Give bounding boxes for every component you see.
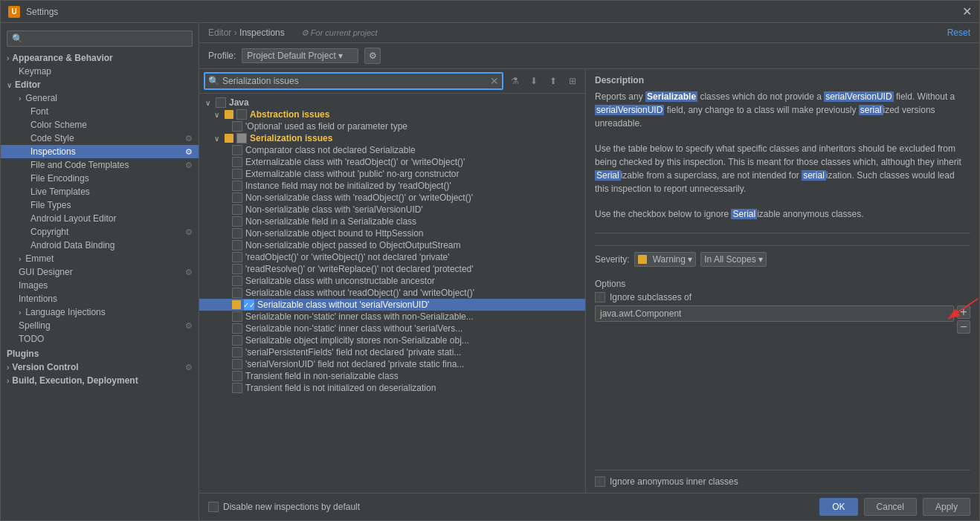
tree-checkbox[interactable]	[232, 323, 242, 334]
tree-checkbox[interactable]	[232, 169, 242, 179]
tree-checkbox[interactable]	[232, 228, 242, 239]
sidebar-item-font[interactable]: Font	[1, 105, 199, 118]
project-badge: ⚙ For current project	[301, 28, 378, 38]
sidebar-item-editor[interactable]: ∨ Editor	[1, 78, 199, 91]
sidebar-item-code-style[interactable]: Code Style ⚙	[1, 132, 199, 145]
collapse-all-button[interactable]: ⬆	[545, 73, 561, 89]
tree-row-selected[interactable]: ✓ Serializable class without 'serialVers…	[199, 299, 585, 311]
tree-row[interactable]: Transient field in non-serializable clas…	[199, 370, 585, 382]
tree-row[interactable]: 'serialVersionUID' field not declared 'p…	[199, 358, 585, 370]
clear-search-button[interactable]: ✕	[490, 75, 499, 87]
tree-checkbox[interactable]	[216, 97, 226, 108]
tree-row[interactable]: Serializable non-'static' inner class wi…	[199, 311, 585, 323]
tree-checkbox[interactable]	[236, 133, 247, 143]
tree-checkbox[interactable]	[232, 157, 242, 167]
sidebar-item-general[interactable]: › General	[1, 91, 199, 105]
ok-button[interactable]: OK	[819, 498, 857, 516]
tree-row[interactable]: Transient field is not initialized on de…	[199, 382, 585, 394]
tree-checkbox[interactable]	[232, 204, 242, 215]
apply-button[interactable]: Apply	[923, 498, 970, 516]
tree-checkbox[interactable]	[232, 181, 242, 191]
tree-row[interactable]: Serializable class without 'readObject()…	[199, 287, 585, 299]
sidebar-item-spelling[interactable]: Spelling ⚙	[1, 319, 199, 332]
expand-all-button[interactable]: ⬇	[526, 73, 542, 89]
sidebar-item-gui-designer[interactable]: GUI Designer ⚙	[1, 265, 199, 279]
warning-dot	[638, 255, 647, 264]
tree-checkbox[interactable]	[232, 359, 242, 369]
sidebar-item-keymap[interactable]: Keymap	[1, 65, 199, 78]
sidebar-item-file-types[interactable]: File Types	[1, 198, 199, 212]
tree-checkbox[interactable]	[232, 264, 242, 274]
tree-row[interactable]: Non-serializable object passed to Object…	[199, 239, 585, 251]
tree-row[interactable]: Serializable class with unconstructable …	[199, 275, 585, 287]
filter-button[interactable]: ⚗	[506, 73, 523, 89]
tree-row[interactable]: ∨ Serialization issues	[199, 132, 585, 144]
profile-gear-button[interactable]: ⚙	[364, 48, 381, 64]
export-button[interactable]: ⊞	[564, 73, 581, 89]
tree-row[interactable]: ∨ Abstraction issues	[199, 109, 585, 120]
tree-checkbox-checked[interactable]: ✓	[244, 300, 254, 310]
tree-checkbox[interactable]	[236, 109, 247, 120]
tree-checkbox[interactable]	[232, 288, 242, 298]
sidebar-item-build[interactable]: › Build, Execution, Deployment	[1, 374, 199, 387]
sidebar-item-android-data[interactable]: Android Data Binding	[1, 239, 199, 252]
sidebar-item-file-encodings[interactable]: File Encodings	[1, 172, 199, 185]
sidebar-item-color-scheme[interactable]: Color Scheme	[1, 118, 199, 132]
tree-checkbox[interactable]	[232, 240, 242, 250]
tree-checkbox[interactable]	[232, 192, 242, 203]
tree-row[interactable]: 'readObject()' or 'writeObject()' not de…	[199, 251, 585, 263]
tree-checkbox[interactable]	[232, 311, 242, 322]
tree-checkbox[interactable]	[232, 383, 242, 393]
tree-checkbox[interactable]	[232, 216, 242, 227]
sidebar-item-inspections[interactable]: Inspections ⚙	[1, 145, 199, 158]
tree-row[interactable]: Non-serializable object bound to HttpSes…	[199, 227, 585, 239]
tree-checkbox[interactable]	[232, 371, 242, 381]
sidebar-item-copyright[interactable]: Copyright ⚙	[1, 225, 199, 239]
sidebar-item-todo[interactable]: TODO	[1, 332, 199, 346]
tree-row[interactable]: ∨ Java	[199, 97, 585, 109]
disable-inspections-checkbox[interactable]	[208, 502, 219, 512]
tree-row[interactable]: Externalizable class without 'public' no…	[199, 168, 585, 180]
tree-row[interactable]: 'serialPersistentFields' field not decla…	[199, 346, 585, 358]
tree-checkbox[interactable]	[232, 347, 242, 357]
sidebar-label: Font	[30, 106, 48, 117]
tree-row[interactable]: Non-serializable field in a Serializable…	[199, 216, 585, 227]
sidebar-search-input[interactable]	[7, 30, 193, 47]
tree-row[interactable]: Instance field may not be initialized by…	[199, 180, 585, 192]
sidebar-item-live-templates[interactable]: Live Templates	[1, 185, 199, 198]
scope-select[interactable]: In All Scopes ▾	[700, 252, 767, 267]
bottom-bar: Disable new inspections by default OK Ca…	[199, 493, 979, 520]
tree-row[interactable]: Non-serializable class with 'readObject(…	[199, 192, 585, 204]
cancel-button[interactable]: Cancel	[864, 498, 917, 516]
tree-checkbox[interactable]	[232, 252, 242, 262]
ignore-anon-checkbox[interactable]	[595, 476, 605, 487]
tree-row[interactable]: 'readResolve()' or 'writeReplace()' not …	[199, 263, 585, 275]
tree-row[interactable]: Comparator class not declared Serializab…	[199, 144, 585, 156]
sidebar-item-plugins[interactable]: Plugins	[1, 347, 199, 360]
tree-checkbox[interactable]	[232, 335, 242, 346]
sidebar-item-lang-injections[interactable]: › Language Injections	[1, 305, 199, 319]
ignore-subclasses-checkbox[interactable]	[595, 292, 605, 302]
sidebar-item-file-code-templates[interactable]: File and Code Templates ⚙	[1, 158, 199, 172]
tree-checkbox[interactable]	[232, 121, 242, 132]
sidebar-item-version-control[interactable]: › Version Control ⚙	[1, 360, 199, 374]
reset-button[interactable]: Reset	[947, 27, 970, 38]
java-awt-input[interactable]	[595, 305, 954, 322]
sidebar-item-images[interactable]: Images	[1, 279, 199, 292]
tree-row[interactable]: Non-serializable class with 'serialVersi…	[199, 204, 585, 216]
close-button[interactable]: ✕	[962, 4, 972, 19]
tree-row[interactable]: Serializable non-'static' inner class wi…	[199, 323, 585, 334]
tree-checkbox[interactable]	[232, 145, 242, 155]
profile-select[interactable]: Project Default Project ▾	[242, 48, 358, 63]
sidebar-item-emmet[interactable]: › Emmet	[1, 252, 199, 265]
sidebar-item-android-layout[interactable]: Android Layout Editor	[1, 212, 199, 225]
tree-row[interactable]: Externalizable class with 'readObject()'…	[199, 156, 585, 168]
severity-select[interactable]: Warning ▾	[634, 252, 697, 267]
tree-checkbox[interactable]	[232, 276, 242, 286]
tree-row[interactable]: Serializable object implicitly stores no…	[199, 334, 585, 346]
sidebar-item-intentions[interactable]: Intentions	[1, 292, 199, 305]
tree-row[interactable]: 'Optional' used as field or parameter ty…	[199, 120, 585, 132]
tree-item-label: Comparator class not declared Serializab…	[245, 145, 582, 155]
tree-search-input[interactable]	[222, 76, 490, 86]
sidebar-item-appearance[interactable]: › Appearance & Behavior	[1, 51, 199, 65]
